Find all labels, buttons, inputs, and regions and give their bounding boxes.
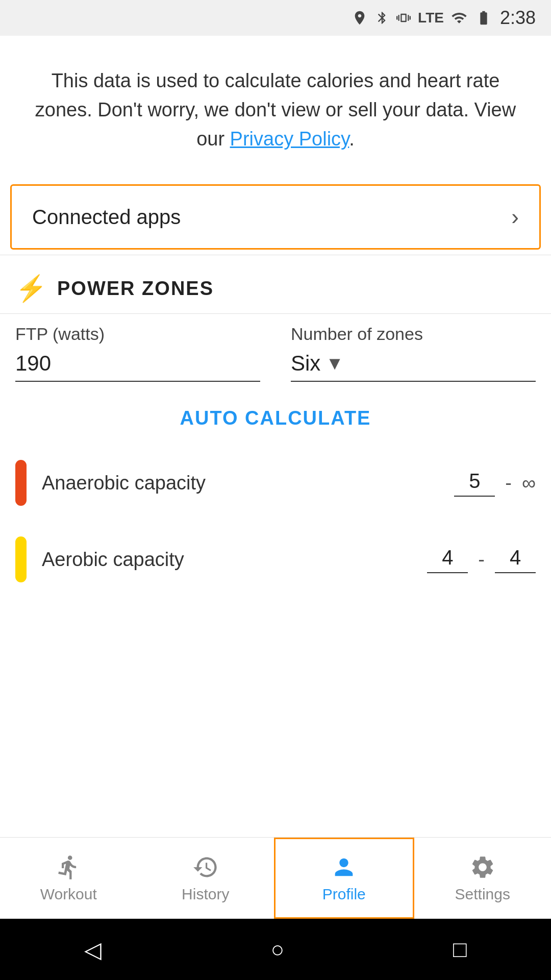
zones-count-group: Number of zones Six ▼ <box>291 324 536 382</box>
connected-apps-label: Connected apps <box>32 206 181 229</box>
home-button[interactable]: ○ <box>270 937 284 962</box>
nav-item-settings[interactable]: Settings <box>414 838 552 919</box>
profile-icon <box>329 854 359 880</box>
status-bar: LTE 2:38 <box>0 0 551 36</box>
nav-label-history: History <box>182 886 229 903</box>
nav-label-workout: Workout <box>40 886 97 903</box>
aerobic-color-bar <box>15 536 27 582</box>
back-button[interactable]: ◁ <box>84 937 102 963</box>
aerobic-from[interactable]: 4 <box>427 546 468 573</box>
dropdown-arrow-icon: ▼ <box>325 353 344 374</box>
zones-value: Six <box>291 351 320 376</box>
lightning-icon: ⚡ <box>15 274 47 303</box>
signal-icon <box>451 10 467 26</box>
history-icon <box>190 854 221 880</box>
aerobic-values: 4 - 4 <box>427 546 536 573</box>
power-zones-title: Power Zones <box>57 278 214 300</box>
anaerobic-dash: - <box>505 472 512 494</box>
lte-indicator: LTE <box>418 10 444 26</box>
battery-icon <box>474 10 493 26</box>
anaerobic-to: ∞ <box>522 472 536 494</box>
zones-label: Number of zones <box>291 324 536 344</box>
zones-select-row[interactable]: Six ▼ <box>291 351 536 382</box>
bluetooth-icon <box>375 10 389 26</box>
ftp-value[interactable]: 190 <box>15 351 260 382</box>
anaerobic-values: 5 - ∞ <box>454 470 536 497</box>
settings-icon <box>467 854 498 880</box>
aerobic-dash: - <box>478 549 485 571</box>
aerobic-label: Aerobic capacity <box>42 549 412 571</box>
bottom-nav: Workout History Profile Settings <box>0 837 551 919</box>
nav-item-workout[interactable]: Workout <box>0 838 137 919</box>
anaerobic-label: Anaerobic capacity <box>42 472 439 494</box>
nav-item-profile[interactable]: Profile <box>274 838 414 919</box>
anaerobic-zone-row: Anaerobic capacity 5 - ∞ <box>0 445 551 521</box>
ftp-group: FTP (watts) 190 <box>15 324 260 382</box>
vibrate-icon <box>396 10 411 26</box>
power-zones-form: FTP (watts) 190 Number of zones Six ▼ <box>0 314 551 382</box>
recent-button[interactable]: □ <box>453 937 467 962</box>
aerobic-zone-row: Aerobic capacity 4 - 4 <box>0 521 551 598</box>
privacy-period: . <box>349 128 355 150</box>
chevron-right-icon: › <box>511 204 519 230</box>
nav-item-history[interactable]: History <box>137 838 274 919</box>
privacy-notice: This data is used to calculate calories … <box>0 36 551 179</box>
status-time: 2:38 <box>500 7 536 29</box>
aerobic-to[interactable]: 4 <box>495 546 536 573</box>
workout-icon <box>53 854 84 880</box>
connected-apps-row[interactable]: Connected apps › <box>10 184 541 250</box>
power-zones-header: ⚡ Power Zones <box>0 255 551 313</box>
auto-calculate-button[interactable]: AUTO CALCULATE <box>0 382 551 445</box>
nav-label-settings: Settings <box>455 886 510 903</box>
anaerobic-from[interactable]: 5 <box>454 470 495 497</box>
privacy-policy-link[interactable]: Privacy Policy <box>230 128 349 150</box>
system-nav: ◁ ○ □ <box>0 919 551 980</box>
anaerobic-color-bar <box>15 460 27 506</box>
nav-label-profile: Profile <box>322 886 366 903</box>
main-content: This data is used to calculate calories … <box>0 36 551 598</box>
ftp-label: FTP (watts) <box>15 324 260 344</box>
status-icons: LTE 2:38 <box>352 7 536 29</box>
location-icon <box>352 10 368 26</box>
